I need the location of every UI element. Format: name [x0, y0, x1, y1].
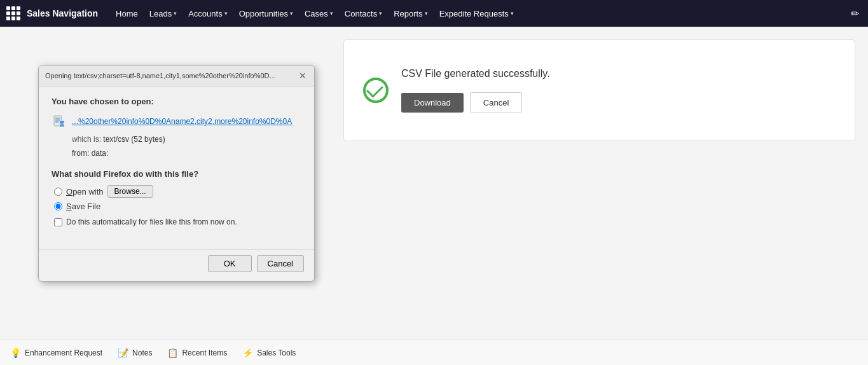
- nav-cases[interactable]: Cases ▾: [300, 5, 338, 22]
- nav-items: Home Leads ▾ Accounts ▾ Opportunities ▾ …: [111, 5, 846, 22]
- dialog-title: Opening text/csv;charset=utf-8,name1,cit…: [45, 72, 298, 79]
- leads-chevron-icon: ▾: [174, 10, 177, 17]
- open-with-label: Open with: [66, 187, 104, 196]
- notes-label: Notes: [132, 348, 152, 357]
- open-with-radio[interactable]: [54, 188, 62, 196]
- navbar: Sales Navigation Home Leads ▾ Accounts ▾…: [0, 0, 868, 27]
- dialog-close-button[interactable]: ✕: [298, 71, 308, 81]
- file-dialog: Opening text/csv;charset=utf-8,name1,cit…: [38, 65, 315, 282]
- dialog-cancel-button[interactable]: Cancel: [257, 255, 304, 272]
- success-message: CSV File generated successfully.: [401, 68, 550, 79]
- footer-recent-items[interactable]: 📋 Recent Items: [167, 348, 227, 358]
- file-type: text/csv (52 bytes): [103, 135, 165, 144]
- recent-items-icon: 📋: [167, 348, 178, 358]
- sales-tools-icon: ⚡: [242, 348, 253, 358]
- save-file-radio[interactable]: [54, 202, 62, 210]
- brand-title: Sales Navigation: [27, 8, 98, 18]
- footer: 💡 Enhancement Request 📝 Notes 📋 Recent I…: [0, 340, 868, 365]
- notes-icon: 📝: [118, 348, 128, 358]
- nav-contacts[interactable]: Contacts ▾: [340, 5, 387, 22]
- expedite-chevron-icon: ▾: [511, 10, 514, 17]
- success-actions: Download Cancel: [401, 92, 550, 113]
- save-file-row: Save File: [54, 202, 301, 211]
- opportunities-chevron-icon: ▾: [290, 10, 293, 17]
- nav-opportunities[interactable]: Opportunities ▾: [234, 5, 298, 22]
- footer-enhancement[interactable]: 💡 Enhancement Request: [10, 348, 102, 358]
- dialog-titlebar: Opening text/csv;charset=utf-8,name1,cit…: [39, 65, 314, 86]
- dialog-body: You have chosen to open: CSV ...%20other…: [39, 86, 314, 247]
- nav-accounts[interactable]: Accounts ▾: [183, 5, 232, 22]
- grid-menu-icon[interactable]: [6, 6, 20, 20]
- auto-action-label: Do this automatically for files like thi…: [66, 217, 237, 226]
- auto-action-checkbox[interactable]: [54, 218, 62, 226]
- footer-notes[interactable]: 📝 Notes: [118, 348, 152, 358]
- browse-button[interactable]: Browse...: [107, 185, 153, 198]
- save-file-label: Save File: [66, 202, 100, 211]
- main-content: CSV File generated successfully. Downloa…: [0, 27, 868, 340]
- open-with-row: Open with Browse...: [54, 185, 301, 198]
- ok-button[interactable]: OK: [208, 255, 252, 272]
- file-name: ...%20other%20info%0D%0Aname2,city2,more…: [72, 117, 292, 126]
- edit-icon[interactable]: ✏: [848, 5, 862, 22]
- nav-home[interactable]: Home: [111, 5, 143, 22]
- svg-text:CSV: CSV: [60, 122, 65, 126]
- success-panel: CSV File generated successfully. Downloa…: [343, 39, 855, 141]
- dialog-prompt: You have chosen to open:: [52, 97, 301, 106]
- dialog-footer: OK Cancel: [39, 249, 314, 281]
- which-label: which is:: [72, 135, 103, 144]
- svg-rect-2: [55, 120, 60, 121]
- from-label: from: data:: [72, 149, 108, 158]
- dialog-question: What should Firefox do with this file?: [52, 169, 301, 179]
- file-dialog-overlay: Opening text/csv;charset=utf-8,name1,cit…: [38, 65, 315, 282]
- file-icon: CSV: [52, 114, 67, 129]
- success-content: CSV File generated successfully. Downloa…: [401, 68, 550, 113]
- reports-chevron-icon: ▾: [425, 10, 428, 17]
- file-type-row: which is: text/csv (52 bytes): [72, 133, 301, 147]
- enhancement-icon: 💡: [10, 348, 21, 358]
- nav-leads[interactable]: Leads ▾: [144, 5, 182, 22]
- accounts-chevron-icon: ▾: [224, 10, 228, 17]
- svg-rect-1: [55, 118, 60, 119]
- file-meta: which is: text/csv (52 bytes) from: data…: [72, 133, 301, 160]
- nav-expedite-requests[interactable]: Expedite Requests ▾: [434, 5, 519, 22]
- success-cancel-button[interactable]: Cancel: [470, 92, 522, 113]
- footer-sales-tools[interactable]: ⚡ Sales Tools: [242, 348, 296, 358]
- file-source-row: from: data:: [72, 147, 301, 161]
- recent-items-label: Recent Items: [182, 348, 227, 357]
- auto-checkbox-row: Do this automatically for files like thi…: [54, 217, 301, 226]
- enhancement-label: Enhancement Request: [25, 348, 102, 357]
- contacts-chevron-icon: ▾: [379, 10, 382, 17]
- sales-tools-label: Sales Tools: [257, 348, 296, 357]
- nav-reports[interactable]: Reports ▾: [389, 5, 433, 22]
- dialog-file-row: CSV ...%20other%20info%0D%0Aname2,city2,…: [52, 114, 301, 129]
- success-icon: [363, 78, 389, 103]
- svg-rect-3: [55, 121, 59, 123]
- download-button[interactable]: Download: [401, 93, 464, 113]
- cases-chevron-icon: ▾: [330, 10, 333, 17]
